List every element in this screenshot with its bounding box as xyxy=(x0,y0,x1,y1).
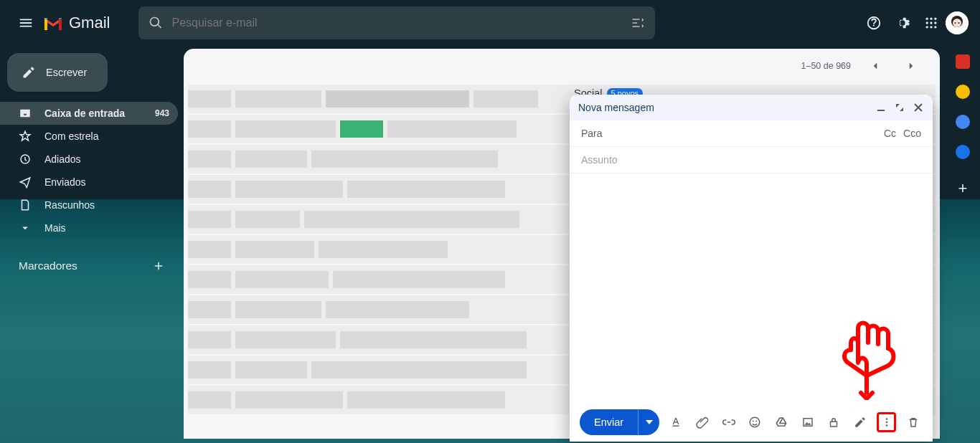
app-header: Gmail xyxy=(0,0,980,46)
svg-point-12 xyxy=(953,19,961,27)
app-name: Gmail xyxy=(69,14,110,32)
subject-placeholder: Assunto xyxy=(581,154,618,166)
main-menu-button[interactable] xyxy=(11,9,40,37)
drive-icon xyxy=(775,416,788,429)
add-addon-button[interactable]: + xyxy=(958,179,968,198)
star-icon xyxy=(19,130,32,143)
svg-point-6 xyxy=(934,22,936,24)
svg-point-1 xyxy=(926,18,928,20)
sidebar-item-drafts[interactable]: Rascunhos xyxy=(0,194,178,216)
sidebar-item-starred[interactable]: Com estrela xyxy=(0,125,178,148)
hamburger-icon xyxy=(18,15,34,31)
svg-point-14 xyxy=(958,22,960,24)
add-label-button[interactable] xyxy=(152,259,165,272)
compose-window: Nova mensagem Para Cc Cco Assunto Enviar xyxy=(570,95,933,442)
clock-icon xyxy=(19,153,32,166)
compose-header[interactable]: Nova mensagem xyxy=(570,95,933,120)
settings-button[interactable] xyxy=(888,9,917,37)
send-button-group: Enviar xyxy=(580,409,659,435)
to-label: Para xyxy=(581,128,603,139)
sidebar-item-inbox[interactable]: Caixa de entrada 943 xyxy=(0,102,178,125)
account-avatar[interactable] xyxy=(946,11,969,34)
svg-point-4 xyxy=(926,22,928,24)
gmail-logo-icon xyxy=(43,16,63,30)
text-format-icon xyxy=(669,416,682,429)
insert-image-button[interactable] xyxy=(798,412,817,432)
svg-point-3 xyxy=(934,18,936,20)
send-options-button[interactable] xyxy=(638,409,659,435)
avatar-icon xyxy=(946,11,969,34)
emoji-button[interactable] xyxy=(745,412,765,432)
labels-title: Marcadores xyxy=(19,259,77,272)
chevron-left-icon xyxy=(869,59,882,72)
sidebar-item-more[interactable]: Mais xyxy=(0,216,178,239)
tasks-app-icon[interactable] xyxy=(956,115,970,129)
nav-list: Caixa de entrada 943 Com estrela Adiados… xyxy=(0,102,178,239)
compose-body[interactable] xyxy=(570,173,933,403)
svg-point-5 xyxy=(930,22,932,24)
sidebar: Escrever Caixa de entrada 943 Com estrel… xyxy=(0,46,178,272)
sidebar-item-label: Enviados xyxy=(44,176,86,188)
formatting-button[interactable] xyxy=(666,412,686,432)
svg-point-9 xyxy=(934,26,936,28)
trash-icon xyxy=(907,416,920,429)
inbox-count: 943 xyxy=(155,108,169,118)
svg-point-21 xyxy=(885,418,887,420)
svg-point-22 xyxy=(885,421,887,424)
close-button[interactable] xyxy=(913,102,924,113)
lock-icon xyxy=(827,416,840,429)
pencil-icon xyxy=(22,65,36,80)
prev-page-button[interactable] xyxy=(864,54,887,77)
sidebar-item-snoozed[interactable]: Adiados xyxy=(0,148,178,171)
sidebar-item-label: Adiados xyxy=(44,153,81,165)
bcc-toggle[interactable]: Cco xyxy=(903,128,921,139)
confidential-button[interactable] xyxy=(824,412,844,432)
minimize-button[interactable] xyxy=(875,102,887,113)
drive-button[interactable] xyxy=(772,412,791,432)
to-field[interactable]: Para Cc Cco xyxy=(570,120,933,147)
compose-button[interactable]: Escrever xyxy=(7,53,108,92)
search-icon xyxy=(149,16,163,30)
discard-draft-button[interactable] xyxy=(903,412,923,432)
more-vert-icon xyxy=(880,416,893,429)
search-bar[interactable] xyxy=(138,6,655,39)
send-icon xyxy=(19,176,32,189)
compose-title: Nova mensagem xyxy=(578,102,654,113)
minimize-icon xyxy=(877,103,885,112)
paperclip-icon xyxy=(696,416,709,429)
search-input[interactable] xyxy=(171,16,631,29)
app-logo[interactable]: Gmail xyxy=(43,14,110,32)
cc-toggle[interactable]: Cc xyxy=(884,128,896,139)
svg-point-16 xyxy=(750,417,760,427)
list-toolbar: 1–50 de 969 xyxy=(184,49,940,83)
sidebar-item-label: Mais xyxy=(44,222,66,234)
signature-button[interactable] xyxy=(851,412,870,432)
svg-point-18 xyxy=(756,421,758,422)
attach-button[interactable] xyxy=(693,412,712,432)
sidebar-item-sent[interactable]: Enviados xyxy=(0,171,178,194)
subject-field[interactable]: Assunto xyxy=(570,147,933,173)
link-icon xyxy=(722,416,735,429)
next-page-button[interactable] xyxy=(900,54,923,77)
svg-point-7 xyxy=(926,26,928,28)
search-options-icon[interactable] xyxy=(631,16,645,30)
more-options-button[interactable] xyxy=(877,412,896,432)
chevron-right-icon xyxy=(905,59,918,72)
sidebar-item-label: Rascunhos xyxy=(44,199,95,211)
fullscreen-button[interactable] xyxy=(894,102,905,113)
compose-footer: Enviar xyxy=(570,403,933,442)
keep-app-icon[interactable] xyxy=(956,85,970,99)
contacts-app-icon[interactable] xyxy=(956,145,970,159)
svg-point-2 xyxy=(930,18,932,20)
apps-button[interactable] xyxy=(917,9,946,37)
svg-point-17 xyxy=(753,421,754,422)
support-button[interactable] xyxy=(859,9,888,37)
apps-grid-icon xyxy=(924,16,938,30)
insert-link-button[interactable] xyxy=(719,412,738,432)
help-icon xyxy=(866,15,882,31)
emoji-icon xyxy=(748,416,761,429)
calendar-app-icon[interactable] xyxy=(956,54,970,69)
side-panel: + xyxy=(946,54,980,198)
send-button[interactable]: Enviar xyxy=(580,409,638,435)
caret-down-icon xyxy=(646,419,653,426)
